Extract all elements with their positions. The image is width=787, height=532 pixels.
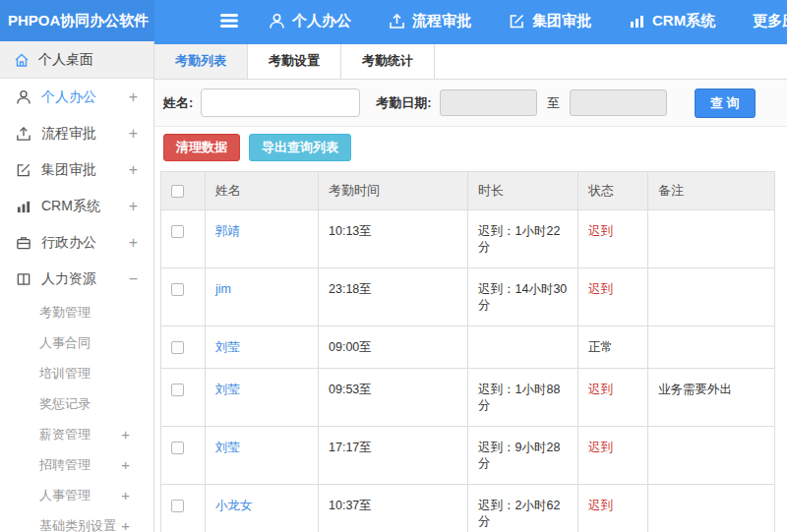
- nav-crm-system[interactable]: CRM系统: [629, 12, 715, 30]
- row-checkbox[interactable]: [171, 442, 184, 454]
- name-filter-label: 姓名:: [163, 94, 193, 112]
- briefcase-icon: [16, 235, 31, 251]
- tab-bar: 考勤列表 考勤设置 考勤统计: [154, 44, 787, 80]
- row-checkbox[interactable]: [171, 225, 184, 238]
- date-from-input[interactable]: [440, 89, 537, 116]
- chart-icon: [16, 199, 31, 214]
- sidebar-subitem-label: 基础类别设置: [39, 517, 116, 532]
- sidebar-item-personal-office[interactable]: 个人办公 +: [0, 79, 153, 115]
- expand-icon[interactable]: +: [129, 199, 138, 214]
- note-cell: [648, 210, 775, 268]
- expand-icon[interactable]: +: [129, 126, 138, 142]
- col-header-status: 状态: [578, 172, 648, 210]
- export-list-button[interactable]: 导出查询列表: [249, 134, 351, 161]
- sidebar-subitem-salary[interactable]: 薪资管理 +: [0, 419, 153, 449]
- sidebar-subitem-recruitment[interactable]: 招聘管理 +: [0, 449, 153, 480]
- top-nav: 个人办公 流程审批 集团审批 CRM系统: [269, 12, 787, 30]
- note-cell: [648, 268, 775, 326]
- collapse-icon[interactable]: −: [129, 271, 138, 287]
- book-icon: [16, 271, 31, 287]
- duration-cell: 迟到：14小时30分: [468, 268, 578, 326]
- date-to-input[interactable]: [570, 89, 667, 116]
- sidebar-item-process-approval[interactable]: 流程审批 +: [0, 115, 153, 151]
- date-to-label: 至: [547, 94, 560, 112]
- time-cell: 10:13至: [319, 210, 468, 268]
- status-text: 迟到: [588, 499, 613, 512]
- employee-name-link[interactable]: 郭靖: [215, 224, 240, 238]
- process-icon: [389, 13, 405, 30]
- row-checkbox[interactable]: [171, 283, 184, 296]
- time-cell: 23:18至: [319, 268, 468, 326]
- employee-name-link[interactable]: 小龙女: [215, 499, 253, 512]
- duration-line: 迟到：9小时28分: [478, 440, 570, 471]
- menu-toggle-button[interactable]: [219, 13, 239, 29]
- sidebar-item-label: 个人桌面: [38, 51, 93, 69]
- expand-icon[interactable]: +: [121, 457, 130, 473]
- sidebar-subitem-rewards[interactable]: 奖惩记录: [0, 388, 153, 419]
- duration-line: 迟到：2小时62分: [478, 498, 570, 529]
- sidebar-subitem-label: 奖惩记录: [39, 395, 91, 413]
- nav-process-approval[interactable]: 流程审批: [389, 12, 471, 30]
- chart-icon: [629, 13, 645, 30]
- sidebar-subitem-personnel[interactable]: 人事管理 +: [0, 480, 153, 510]
- name-input[interactable]: [201, 89, 360, 117]
- sidebar-item-hr[interactable]: 人力资源 −: [0, 261, 153, 297]
- clear-data-button[interactable]: 清理数据: [163, 134, 240, 161]
- sidebar-item-admin-office[interactable]: 行政办公 +: [0, 224, 153, 261]
- row-checkbox[interactable]: [171, 384, 184, 396]
- col-header-note: 备注: [648, 172, 775, 210]
- sidebar-item-crm[interactable]: CRM系统 +: [0, 188, 153, 224]
- expand-icon[interactable]: +: [129, 162, 138, 178]
- duration-cell: 迟到：2小时62分: [468, 485, 578, 532]
- row-checkbox[interactable]: [171, 341, 184, 354]
- time-cell: 10:37至: [319, 485, 468, 532]
- employee-name-link[interactable]: 刘莹: [215, 383, 240, 396]
- tab-attendance-list[interactable]: 考勤列表: [154, 44, 248, 79]
- employee-name-link[interactable]: 刘莹: [215, 441, 240, 454]
- tab-attendance-stats[interactable]: 考勤统计: [341, 44, 435, 79]
- action-bar: 清理数据 导出查询列表: [154, 129, 787, 166]
- search-button[interactable]: 查 询: [695, 89, 756, 118]
- sidebar-subitem-attendance[interactable]: 考勤管理: [0, 297, 153, 327]
- employee-name-link[interactable]: 刘莹: [215, 340, 240, 354]
- home-icon: [14, 52, 30, 68]
- sidebar-subitem-base-categories[interactable]: 基础类别设置 +: [0, 510, 153, 532]
- sidebar-subitem-label: 培训管理: [39, 365, 91, 383]
- select-all-checkbox[interactable]: [171, 185, 184, 198]
- expand-icon[interactable]: +: [121, 518, 130, 532]
- status-cell: 迟到: [578, 427, 648, 485]
- table-row: 刘莹 09:53至 迟到：1小时88分 迟到 业务需要外出: [161, 369, 775, 427]
- expand-icon[interactable]: +: [121, 488, 130, 503]
- sidebar-item-group-approval[interactable]: 集团审批 +: [0, 151, 153, 188]
- time-cell: 09:00至: [319, 326, 468, 369]
- sidebar-subitem-hr-contract[interactable]: 人事合同: [0, 327, 153, 358]
- app-logo: PHPOA协同办公软件: [0, 0, 154, 41]
- table-row: jim 23:18至 迟到：14小时30分 迟到: [161, 268, 775, 326]
- date-filter-label: 考勤日期:: [376, 94, 431, 112]
- person-icon: [269, 13, 285, 30]
- app-window: PHPOA协同办公软件 个人办公 流程审批: [0, 0, 787, 532]
- tab-attendance-settings[interactable]: 考勤设置: [248, 44, 341, 79]
- row-checkbox[interactable]: [171, 500, 184, 512]
- nav-group-approval[interactable]: 集团审批: [509, 12, 591, 30]
- nav-personal-office[interactable]: 个人办公: [269, 12, 351, 30]
- expand-icon[interactable]: +: [129, 235, 138, 251]
- employee-name-link[interactable]: jim: [215, 282, 231, 296]
- nav-item-label: 流程审批: [412, 12, 471, 30]
- checkbox-cell: [161, 210, 206, 268]
- status-cell: 迟到: [578, 369, 648, 427]
- checkbox-cell: [161, 268, 206, 326]
- sidebar-subitem-training[interactable]: 培训管理: [0, 358, 153, 388]
- expand-icon[interactable]: +: [121, 427, 130, 443]
- duration-cell: [468, 326, 578, 369]
- table-row: 小龙女 10:37至 迟到：2小时62分 迟到: [161, 485, 775, 532]
- duration-cell: 迟到：1小时22分: [468, 210, 578, 268]
- edit-icon: [509, 13, 525, 30]
- name-cell: jim: [206, 268, 319, 326]
- table-row: 刘莹 09:00至 正常: [161, 326, 775, 369]
- sidebar-item-desktop[interactable]: 个人桌面: [0, 41, 153, 79]
- status-text: 迟到: [588, 441, 613, 454]
- nav-more-apps[interactable]: 更多应用: [753, 12, 787, 30]
- expand-icon[interactable]: +: [129, 89, 138, 105]
- sidebar: 个人桌面 个人办公 + 流程审批 + 集团审批 +: [0, 41, 154, 532]
